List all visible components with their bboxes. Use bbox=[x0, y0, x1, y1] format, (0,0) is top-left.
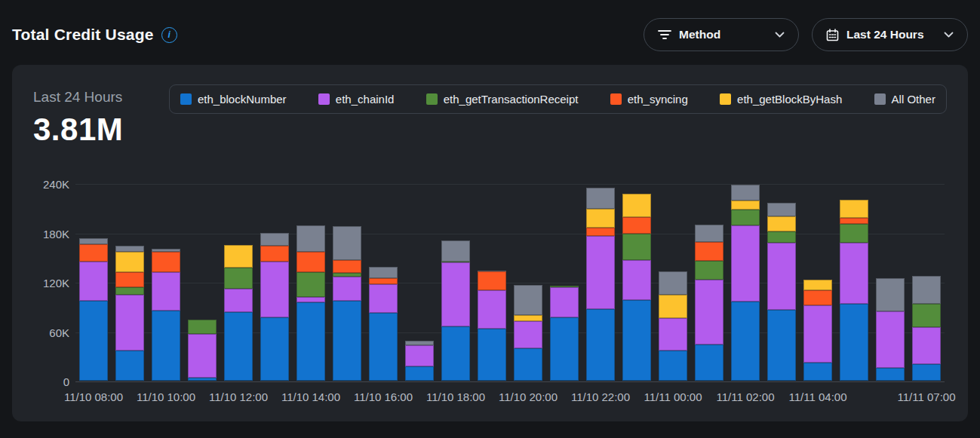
bar-segment-eth_chainId[interactable] bbox=[441, 262, 470, 326]
bar-segment-eth_chainId[interactable] bbox=[803, 305, 832, 363]
bar-segment-eth_getBlockByHash[interactable] bbox=[622, 194, 651, 217]
bar-column[interactable] bbox=[691, 184, 727, 381]
bar-segment-eth_chainId[interactable] bbox=[115, 295, 144, 350]
bar-segment-eth_chainId[interactable] bbox=[912, 327, 941, 364]
bar-segment-eth_getTransactionReceipt[interactable] bbox=[695, 261, 723, 280]
bar-column[interactable] bbox=[293, 184, 329, 381]
bar-column[interactable] bbox=[872, 184, 908, 381]
bar-segment-eth_chainId[interactable] bbox=[840, 243, 868, 305]
bar-segment-eth_blockNumber[interactable] bbox=[767, 310, 796, 381]
bar-segment-eth_blockNumber[interactable] bbox=[731, 302, 760, 381]
legend-item-eth_getBlockByHash[interactable]: eth_getBlockByHash bbox=[720, 93, 842, 106]
bar-segment-eth_chainId[interactable] bbox=[695, 280, 723, 345]
bar-column[interactable] bbox=[401, 184, 438, 381]
bar-column[interactable] bbox=[582, 184, 619, 381]
bar-segment-eth_chainId[interactable] bbox=[767, 243, 796, 311]
bar-segment-eth_chainId[interactable] bbox=[478, 290, 506, 329]
bar-segment-eth_getBlockByHash[interactable] bbox=[731, 201, 760, 210]
bar-segment-eth_syncing[interactable] bbox=[260, 246, 289, 262]
bar-segment-eth_getTransactionReceipt[interactable] bbox=[115, 287, 144, 296]
bar-segment-eth_getTransactionReceipt[interactable] bbox=[912, 304, 941, 327]
bar-column[interactable] bbox=[836, 184, 872, 381]
bar-column[interactable] bbox=[148, 184, 184, 381]
legend-item-eth_getTransactionReceipt[interactable]: eth_getTransactionReceipt bbox=[426, 93, 579, 106]
bar-segment-eth_syncing[interactable] bbox=[369, 278, 398, 285]
bar-segment-eth_blockNumber[interactable] bbox=[695, 345, 723, 381]
bar-column[interactable] bbox=[438, 184, 474, 381]
bar-segment-eth_blockNumber[interactable] bbox=[803, 363, 832, 381]
bar-segment-eth_chainId[interactable] bbox=[260, 262, 289, 317]
bar-segment-eth_blockNumber[interactable] bbox=[622, 300, 651, 381]
bar-segment-eth_getTransactionReceipt[interactable] bbox=[224, 268, 253, 288]
bar-segment-eth_getBlockByHash[interactable] bbox=[803, 280, 832, 290]
bar-segment-eth_getTransactionReceipt[interactable] bbox=[767, 231, 796, 242]
bar-column[interactable] bbox=[112, 184, 148, 381]
bar-segment-eth_syncing[interactable] bbox=[152, 252, 180, 272]
bar-column[interactable] bbox=[257, 184, 293, 381]
bar-column[interactable] bbox=[619, 184, 655, 381]
bar-segment-eth_chainId[interactable] bbox=[152, 272, 180, 311]
bar-segment-All Other[interactable] bbox=[767, 203, 796, 216]
bar-segment-All Other[interactable] bbox=[586, 188, 615, 209]
bar-segment-eth_chainId[interactable] bbox=[550, 287, 579, 317]
bar-segment-eth_getBlockByHash[interactable] bbox=[514, 315, 542, 322]
bar-segment-eth_blockNumber[interactable] bbox=[152, 311, 180, 381]
bar-segment-eth_blockNumber[interactable] bbox=[514, 348, 542, 381]
bar-segment-All Other[interactable] bbox=[441, 240, 470, 261]
bar-segment-eth_blockNumber[interactable] bbox=[115, 351, 144, 381]
method-filter-dropdown[interactable]: Method bbox=[644, 18, 799, 51]
bar-column[interactable] bbox=[75, 184, 112, 381]
bar-column[interactable] bbox=[184, 184, 220, 381]
bar-segment-eth_blockNumber[interactable] bbox=[586, 309, 615, 381]
bar-column[interactable] bbox=[329, 184, 365, 381]
bar-column[interactable] bbox=[510, 184, 546, 381]
legend-item-eth_syncing[interactable]: eth_syncing bbox=[610, 93, 688, 106]
bar-segment-eth_getBlockByHash[interactable] bbox=[659, 295, 687, 318]
bar-segment-eth_chainId[interactable] bbox=[188, 334, 217, 378]
bar-segment-eth_blockNumber[interactable] bbox=[79, 301, 108, 381]
legend-item-eth_blockNumber[interactable]: eth_blockNumber bbox=[180, 93, 287, 106]
bar-segment-eth_blockNumber[interactable] bbox=[659, 351, 687, 381]
bar-segment-eth_syncing[interactable] bbox=[115, 272, 144, 287]
bar-segment-eth_getBlockByHash[interactable] bbox=[586, 209, 615, 228]
bar-segment-eth_syncing[interactable] bbox=[586, 228, 615, 236]
bar-segment-All Other[interactable] bbox=[260, 233, 289, 246]
bar-column[interactable] bbox=[727, 184, 763, 381]
bar-segment-All Other[interactable] bbox=[876, 278, 905, 312]
legend-item-eth_chainId[interactable]: eth_chainId bbox=[318, 93, 395, 106]
bar-segment-eth_blockNumber[interactable] bbox=[188, 378, 217, 381]
bar-segment-eth_getBlockByHash[interactable] bbox=[767, 216, 796, 232]
bar-segment-eth_chainId[interactable] bbox=[296, 297, 325, 303]
info-icon[interactable]: i bbox=[161, 27, 177, 43]
bar-segment-eth_blockNumber[interactable] bbox=[369, 313, 398, 381]
bar-column[interactable] bbox=[220, 184, 257, 381]
bar-segment-All Other[interactable] bbox=[333, 226, 361, 260]
bar-segment-eth_syncing[interactable] bbox=[840, 218, 868, 224]
bar-segment-eth_getTransactionReceipt[interactable] bbox=[840, 224, 868, 243]
bar-segment-eth_getTransactionReceipt[interactable] bbox=[622, 234, 651, 260]
bar-column[interactable] bbox=[655, 184, 691, 381]
legend-item-All Other[interactable]: All Other bbox=[874, 93, 935, 106]
bar-segment-eth_chainId[interactable] bbox=[369, 284, 398, 313]
bar-segment-All Other[interactable] bbox=[695, 225, 723, 242]
bar-segment-eth_syncing[interactable] bbox=[79, 244, 108, 262]
bar-column[interactable] bbox=[800, 184, 836, 381]
bar-column[interactable] bbox=[763, 184, 800, 381]
bar-segment-All Other[interactable] bbox=[369, 267, 398, 277]
bar-column[interactable] bbox=[908, 184, 945, 381]
bar-segment-eth_blockNumber[interactable] bbox=[296, 302, 325, 381]
bar-segment-eth_syncing[interactable] bbox=[695, 242, 723, 261]
bar-segment-eth_syncing[interactable] bbox=[296, 252, 325, 272]
time-range-dropdown[interactable]: Last 24 Hours bbox=[812, 18, 968, 51]
bar-segment-eth_syncing[interactable] bbox=[333, 260, 361, 273]
bar-segment-eth_chainId[interactable] bbox=[79, 262, 108, 301]
bar-segment-eth_chainId[interactable] bbox=[731, 225, 760, 302]
bar-segment-eth_getBlockByHash[interactable] bbox=[840, 200, 868, 218]
bar-segment-eth_getTransactionReceipt[interactable] bbox=[731, 210, 760, 225]
bar-segment-All Other[interactable] bbox=[912, 276, 941, 304]
bar-column[interactable] bbox=[546, 184, 582, 381]
bar-segment-All Other[interactable] bbox=[115, 246, 144, 252]
bar-segment-eth_syncing[interactable] bbox=[622, 217, 651, 234]
bar-segment-eth_blockNumber[interactable] bbox=[912, 364, 941, 381]
bar-segment-eth_blockNumber[interactable] bbox=[478, 329, 506, 381]
